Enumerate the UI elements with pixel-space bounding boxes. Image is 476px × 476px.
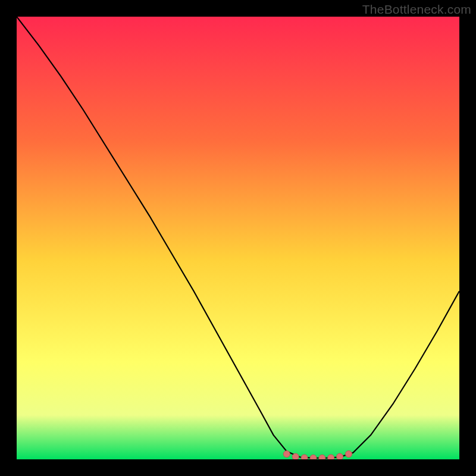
marker-dot (346, 451, 352, 458)
gradient-background (17, 17, 459, 459)
marker-dot (301, 455, 308, 459)
marker-dot (328, 455, 334, 459)
plot-area (17, 17, 459, 459)
marker-dot (337, 453, 343, 459)
chart-svg (17, 17, 459, 459)
marker-dot (310, 455, 317, 459)
watermark-text: TheBottleneck.com (362, 2, 471, 17)
marker-dot (292, 453, 299, 459)
marker-dot (319, 455, 325, 459)
marker-dot (283, 451, 290, 458)
chart-frame: TheBottleneck.com (0, 0, 476, 476)
